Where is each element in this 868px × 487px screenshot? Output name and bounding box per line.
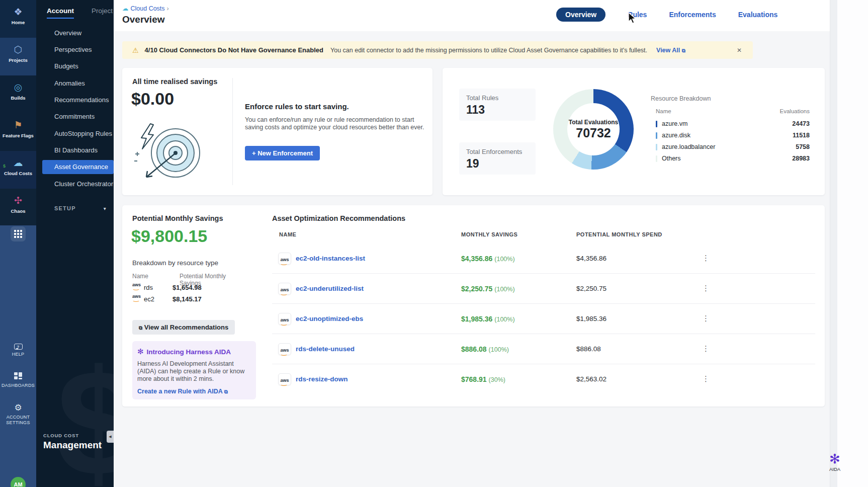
breakdown-row-azure-loadbalancer: azure.loadbalancer 5758 [656,143,810,150]
aws-icon: aws [278,283,291,295]
sidebar-item-asset-governance[interactable]: Asset Governance [42,160,114,174]
breadcrumb[interactable]: ☁Cloud Costs› [122,5,169,12]
aida-promo-title: ✻ Introducing Harness AIDA [137,347,251,356]
chevron-down-icon: ▾ [104,206,107,211]
new-enforcement-button[interactable]: + New Enforcement [245,146,320,160]
cloud-costs-icon: ☁$ [0,156,36,170]
tab-rules[interactable]: Rules [628,11,647,19]
recommendations-table-title: Asset Optimization Recommendations [272,214,405,222]
builds-icon: ◎ [0,81,36,94]
tab-overview[interactable]: Overview [556,8,605,22]
table-row[interactable]: aws ec2-underutilized-list $2,250.75(100… [272,274,815,304]
apps-grid-icon [14,230,16,232]
dollar-watermark: $ [56,347,114,487]
gear-icon: ⚙ [14,403,22,413]
total-enforcements-label: Total Enforcements [466,148,529,155]
aws-icon: aws [278,343,291,355]
cloud-costs-sidebar: Account Project Overview Perspectives Bu… [36,0,114,487]
right-gutter [837,0,868,487]
breakdown-row-azure-disk: azure.disk 11518 [656,132,810,139]
donut-center: Total Evaluations 70732 [567,103,620,155]
view-all-link[interactable]: View All ⧉ [656,47,685,54]
banner-close-button[interactable]: ✕ [737,47,742,54]
rail-item-home[interactable]: ❖ Home [0,0,36,38]
projects-icon: ⬡ [0,43,36,56]
breakdown-row-others: Others 28983 [656,155,810,162]
aida-promo-card: ✻ Introducing Harness AIDA Harness AI De… [132,341,256,399]
aws-icon: aws [278,253,291,265]
realised-savings-card: All time realised savings $0.00 Enforce … [122,68,432,195]
total-rules-value: 113 [466,103,529,117]
vertical-scrollbar[interactable] [830,0,837,487]
rail-item-projects[interactable]: ⬡ Projects [0,38,36,75]
governance-warning-banner: ⚠ 4/10 Cloud Connectors Do Not Have Gove… [122,41,753,59]
tab-evaluations[interactable]: Evaluations [738,11,778,19]
page-header: ☁Cloud Costs› Overview Overview Rules En… [114,0,868,31]
sidebar-collapse-handle[interactable]: ◀ [107,431,114,443]
realised-savings-value: $0.00 [131,89,174,109]
aida-promo-body: Harness AI Development Assistant (AIDA) … [137,360,251,383]
module-rail: ❖ Home ⬡ Projects ◎ Builds ⚑ Feature Fla… [0,0,36,487]
dashboards-button[interactable]: DASHBOARDS [0,372,36,388]
view-all-recommendations-button[interactable]: ⧉ View all Recommendations [132,320,235,335]
evaluations-donut: Total Evaluations 70732 [553,89,634,170]
help-chat-icon: ? [14,344,23,350]
total-rules-label: Total Rules [466,94,529,102]
aws-icon: aws [132,283,141,290]
potential-savings-value: $9,800.15 [131,226,207,246]
rail-item-builds[interactable]: ◎ Builds [0,75,36,113]
aida-assistant-button[interactable]: ✻ AIDA [822,452,848,472]
aida-flower-icon: ✻ [822,452,848,466]
sidebar-item-recommendations[interactable]: Recommendations [36,93,114,107]
sidebar-item-bi-dashboards[interactable]: BI Dashboards [36,143,114,157]
module-picker-button[interactable] [11,226,26,241]
card-divider [232,78,233,185]
enforce-cta-title: Enforce rules to start saving. [245,102,349,111]
row-menu-button[interactable]: ⋮ [702,254,710,263]
total-rules-tile: Total Rules 113 [459,89,536,121]
sidebar-setup-toggle[interactable]: SETUP ▾ [54,205,107,211]
sidebar-item-perspectives[interactable]: Perspectives [36,43,114,57]
resource-type-row-ec2: awsec2 $8,145.17 [132,295,263,303]
row-menu-button[interactable]: ⋮ [702,284,710,293]
sidebar-item-overview[interactable]: Overview [36,26,114,40]
table-row[interactable]: aws rds-resize-down $768.91(30%) $2,563.… [272,364,815,394]
row-menu-button[interactable]: ⋮ [702,314,710,323]
tab-account[interactable]: Account [47,7,74,19]
row-menu-button[interactable]: ⋮ [702,344,710,353]
total-enforcements-tile: Total Enforcements 19 [459,142,536,175]
legend-swatch [656,132,657,139]
table-row[interactable]: aws ec2-old-instances-list $4,356.86(100… [272,244,815,274]
sidebar-item-cluster-orchestrator[interactable]: Cluster Orchestrator [36,177,114,191]
sidebar-item-budgets[interactable]: Budgets [36,59,114,73]
sidebar-item-anomalies[interactable]: Anomalies [36,76,114,91]
sidebar-item-autostopping-rules[interactable]: AutoStopping Rules [36,127,114,141]
tab-enforcements[interactable]: Enforcements [669,11,716,19]
recommendations-card: Potential Monthly Savings $9,800.15 Brea… [122,205,825,407]
resource-type-breakdown-title: Breakdown by resource type [132,259,218,267]
realised-savings-label: All time realised savings [132,77,217,86]
create-rule-with-aida-link[interactable]: Create a new Rule with AIDA ⧉ [137,388,251,395]
top-tab-bar: Overview Rules Enforcements Evaluations [556,8,777,22]
aws-icon: aws [278,313,291,325]
sidebar-footer: CLOUD COST Management [43,433,102,451]
banner-text: You can edit connector to add the missin… [330,47,647,54]
external-link-icon: ⧉ [224,389,228,394]
sidebar-item-commitments[interactable]: Commitments [36,110,114,124]
rail-item-cloud-costs[interactable]: ☁$ Cloud Costs [0,151,36,189]
row-menu-button[interactable]: ⋮ [702,374,710,383]
external-link-icon: ⧉ [682,48,685,53]
table-row[interactable]: aws rds-delete-unused $886.08(100%) $886… [272,334,815,364]
page-title: Overview [122,14,165,25]
help-button[interactable]: ? HELP [0,341,36,357]
rail-item-chaos[interactable]: ✣ Chaos [0,189,36,225]
aida-flower-icon: ✻ [137,347,144,356]
aws-icon: aws [132,294,141,302]
legend-swatch [656,144,657,150]
tab-project[interactable]: Project [92,7,113,19]
table-row[interactable]: aws ec2-unoptimized-ebs $1,985.36(100%) … [272,304,815,334]
chaos-icon: ✣ [0,194,36,207]
banner-bold-text: 4/10 Cloud Connectors Do Not Have Govern… [145,46,323,54]
rail-item-feature-flags[interactable]: ⚑ Feature Flags [0,113,36,151]
account-settings-button[interactable]: ⚙ ACCOUNT SETTINGS [0,402,36,426]
